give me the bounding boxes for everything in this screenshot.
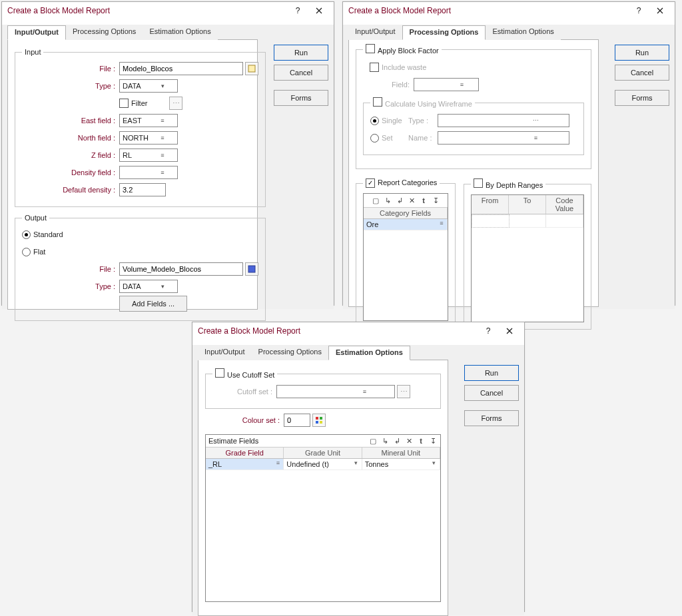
cancel-button[interactable]: Cancel bbox=[464, 385, 519, 401]
delete-row-icon[interactable]: ✕ bbox=[407, 196, 416, 205]
z-field-select[interactable]: RL≡ bbox=[119, 149, 178, 162]
density-field-select[interactable]: ≡ bbox=[119, 166, 178, 179]
depth-ranges-group: By Depth Ranges From To Code Value bbox=[464, 178, 591, 330]
tab-input-output[interactable]: Input/Output bbox=[7, 25, 66, 40]
col-grade-unit: Grade Unit bbox=[284, 448, 362, 458]
input-type-select[interactable]: DATA▾ bbox=[119, 79, 178, 93]
report-categories-checkbox[interactable] bbox=[366, 178, 375, 188]
col-grade-field: Grade Field bbox=[206, 448, 284, 458]
move-up-icon[interactable]: t bbox=[416, 436, 426, 446]
category-row[interactable]: Ore≡ bbox=[364, 219, 448, 230]
depth-col-codevalue: Code Value bbox=[546, 195, 583, 214]
insert-after-icon[interactable]: ↲ bbox=[392, 436, 402, 446]
cutoff-set-label: Cutoff set : bbox=[212, 388, 276, 396]
input-file[interactable] bbox=[119, 62, 243, 75]
colour-pick-icon[interactable] bbox=[312, 414, 326, 427]
output-group: Output Standard Flat File : bbox=[15, 214, 266, 321]
field-label: Field: bbox=[363, 81, 414, 89]
category-fields-header: Category Fields bbox=[364, 208, 448, 218]
forms-button[interactable]: Forms bbox=[464, 410, 519, 426]
svg-rect-3 bbox=[248, 266, 255, 272]
density-label: Density field : bbox=[22, 168, 119, 176]
file-label: File : bbox=[22, 65, 119, 73]
insert-row-icon[interactable]: ↳ bbox=[383, 196, 392, 205]
output-file[interactable] bbox=[119, 262, 243, 276]
close-button[interactable] bbox=[649, 3, 671, 19]
cancel-button[interactable]: Cancel bbox=[615, 65, 669, 81]
add-fields-button[interactable]: Add Fields ... bbox=[119, 296, 187, 312]
colour-set-label: Colour set : bbox=[205, 416, 284, 424]
svg-rect-10 bbox=[316, 421, 318, 424]
apply-block-factor-checkbox[interactable] bbox=[366, 44, 375, 53]
insert-after-icon[interactable]: ↲ bbox=[395, 196, 404, 205]
tab-estimation-options[interactable]: Estimation Options bbox=[486, 25, 560, 40]
forms-button[interactable]: Forms bbox=[615, 90, 669, 106]
help-button[interactable]: ? bbox=[628, 3, 649, 19]
filter-checkbox[interactable] bbox=[119, 99, 129, 108]
new-row-icon[interactable]: ▢ bbox=[368, 436, 378, 446]
cancel-button[interactable]: Cancel bbox=[274, 65, 328, 81]
browse-file-icon[interactable] bbox=[245, 62, 258, 75]
default-density-input[interactable] bbox=[119, 183, 166, 196]
svg-rect-8 bbox=[316, 417, 318, 420]
run-button[interactable]: Run bbox=[615, 45, 669, 61]
grid-row[interactable]: _RL≡ Undefined (t)▾ Tonnes▾ bbox=[206, 459, 440, 470]
dialog-estimation-options: Create a Block Model Report ? Run Cancel… bbox=[192, 322, 525, 612]
help-button[interactable]: ? bbox=[287, 3, 308, 19]
input-group: Input File : Type : DATA▾ bbox=[15, 48, 266, 207]
filter-browse-icon: ⋯ bbox=[169, 97, 182, 110]
estimate-fields-label: Estimate Fields bbox=[208, 437, 368, 445]
insert-row-icon[interactable]: ↳ bbox=[380, 436, 390, 446]
col-mineral-unit: Mineral Unit bbox=[362, 448, 440, 458]
delete-row-icon[interactable]: ✕ bbox=[404, 436, 414, 446]
tab-input-output[interactable]: Input/Output bbox=[348, 25, 402, 40]
depth-col-from: From bbox=[472, 195, 509, 214]
apply-block-group: Apply Block Factor Include waste Field: … bbox=[356, 44, 591, 169]
depth-col-to: To bbox=[509, 195, 546, 214]
out-type-label: Type : bbox=[22, 282, 119, 290]
tab-estimation-options[interactable]: Estimation Options bbox=[143, 25, 217, 40]
filter-label: Filter bbox=[131, 99, 147, 107]
depth-ranges-checkbox[interactable] bbox=[474, 178, 483, 188]
tab-processing-options[interactable]: Processing Options bbox=[252, 346, 328, 360]
category-toolbar: ▢ ↳ ↲ ✕ t ↧ bbox=[364, 194, 448, 208]
svg-rect-11 bbox=[320, 421, 322, 424]
tab-processing-options[interactable]: Processing Options bbox=[402, 25, 486, 40]
new-row-icon[interactable]: ▢ bbox=[371, 196, 380, 205]
radio-set bbox=[370, 134, 379, 143]
run-button[interactable]: Run bbox=[464, 365, 519, 381]
tab-processing-options[interactable]: Processing Options bbox=[66, 25, 143, 40]
tab-input-output[interactable]: Input/Output bbox=[198, 346, 252, 360]
north-field-select[interactable]: NORTH≡ bbox=[119, 131, 178, 145]
radio-flat-label: Flat bbox=[33, 248, 45, 256]
include-waste-label: Include waste bbox=[382, 63, 426, 71]
depth-row bbox=[472, 214, 583, 228]
svg-rect-2 bbox=[248, 65, 255, 72]
output-type-select[interactable]: DATA▾ bbox=[119, 280, 178, 293]
move-up-icon[interactable]: t bbox=[419, 196, 428, 205]
radio-single-label: Single bbox=[382, 117, 408, 125]
close-button[interactable] bbox=[308, 3, 330, 19]
colour-set-input[interactable] bbox=[284, 414, 310, 427]
wire-name-label: Name : bbox=[408, 134, 438, 142]
run-button[interactable]: Run bbox=[274, 45, 328, 61]
estimate-fields-grid: Estimate Fields ▢ ↳ ↲ ✕ t ↧ Grade Field … bbox=[205, 434, 441, 602]
title: Create a Block Model Report bbox=[348, 6, 628, 15]
use-cutoff-set-label: Use Cutoff Set bbox=[227, 371, 274, 379]
out-file-pick-icon[interactable] bbox=[245, 262, 258, 276]
forms-button[interactable]: Forms bbox=[274, 90, 328, 106]
east-field-select[interactable]: EAST≡ bbox=[119, 114, 178, 127]
move-down-icon[interactable]: ↧ bbox=[428, 436, 438, 446]
help-button[interactable]: ? bbox=[478, 323, 499, 339]
move-down-icon[interactable]: ↧ bbox=[431, 196, 440, 205]
radio-flat[interactable] bbox=[22, 248, 31, 256]
use-cutoff-set-checkbox[interactable] bbox=[215, 368, 224, 378]
tab-estimation-options[interactable]: Estimation Options bbox=[328, 346, 410, 360]
close-button[interactable] bbox=[499, 323, 520, 339]
wire-name-select: ≡ bbox=[438, 131, 569, 145]
east-label: East field : bbox=[22, 117, 119, 125]
depth-ranges-label: By Depth Ranges bbox=[486, 181, 543, 189]
radio-standard[interactable] bbox=[22, 230, 31, 239]
cutoff-set-select: ≡ bbox=[276, 385, 395, 398]
report-categories-label: Report Categories bbox=[378, 178, 437, 186]
